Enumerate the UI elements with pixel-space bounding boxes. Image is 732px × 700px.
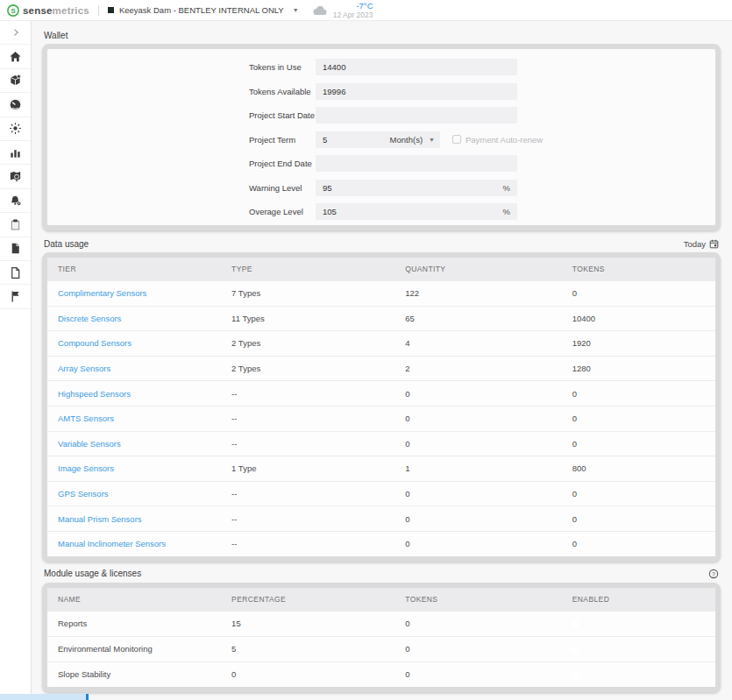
type-cell: --	[221, 389, 394, 399]
column-header-tier: TIER	[47, 265, 221, 273]
tier-link[interactable]: Discrete Sensors	[47, 314, 221, 323]
table-row: Variable Sensors -- 0 0	[47, 431, 715, 456]
payment-auto-renew-checkbox[interactable]	[452, 135, 461, 144]
tokens-cell: 0	[562, 439, 715, 449]
sidebar-item-charts[interactable]	[0, 141, 31, 165]
tokens-cell: 0	[562, 414, 715, 423]
type-cell: 2 Types	[221, 338, 394, 348]
sidebar-item-alerts[interactable]	[0, 189, 31, 213]
column-header-name: NAME	[47, 595, 221, 604]
project-end-date-label: Project End Date	[249, 159, 316, 168]
project-end-date-input[interactable]	[316, 155, 517, 172]
tokens-cell: 800	[562, 463, 715, 473]
main-content: Wallet Tokens in Use Tokens Available Pr…	[32, 21, 732, 700]
flag-icon	[9, 290, 22, 303]
overage-level-input[interactable]	[316, 203, 517, 220]
tier-link[interactable]: GPS Sensors	[47, 489, 221, 498]
warning-level-input[interactable]	[316, 180, 517, 196]
module-table-header: NAME PERCENTAGE TOKENS ENABLED	[47, 588, 715, 611]
sidebar-item-flags[interactable]	[0, 285, 31, 308]
wallet-panel: Tokens in Use Tokens Available Project S…	[42, 44, 721, 230]
column-header-quantity: QUANTITY	[394, 265, 562, 273]
brand-sense: sense	[23, 5, 53, 16]
payment-auto-renew-checkbox-group[interactable]: Payment Auto-renew	[452, 135, 543, 145]
table-row: Discrete Sensors 11 Types 65 10400	[47, 306, 715, 331]
wallet-section-title: Wallet	[44, 31, 68, 40]
table-row: Highspeed Sensors -- 0 0	[47, 380, 715, 406]
tokens-available-input[interactable]	[316, 83, 517, 100]
quantity-cell: 0	[394, 514, 562, 524]
info-icon[interactable]: ?	[708, 569, 719, 579]
quantity-cell: 0	[394, 489, 562, 498]
file-solid-icon	[9, 242, 22, 255]
column-header-type: TYPE	[221, 265, 394, 273]
tier-link[interactable]: Image Sensors	[47, 463, 221, 473]
app-header: S sensemetrics Keeyask Dam - BENTLEY INT…	[0, 0, 732, 21]
module-name: Reports	[47, 619, 221, 628]
gauge-icon	[9, 98, 22, 111]
date-value: 12 Apr 2023	[333, 11, 373, 19]
type-cell: --	[221, 489, 394, 498]
tier-link[interactable]: Variable Sensors	[47, 439, 221, 449]
chevron-down-icon: ▼	[429, 137, 435, 143]
sidebar-item-map[interactable]	[0, 165, 31, 188]
module-row-reports: Reports 15 0	[47, 611, 715, 636]
weather-widget: -7°C 12 Apr 2023	[313, 2, 373, 19]
type-cell: --	[221, 539, 394, 548]
sidebar-item-conditions[interactable]	[0, 117, 31, 141]
tier-link[interactable]: Compound Sensors	[47, 338, 221, 348]
clipboard-icon	[9, 218, 22, 231]
project-start-date-label: Project Start Date	[249, 110, 316, 120]
brand-logo[interactable]: S sensemetrics	[7, 4, 89, 17]
module-panel: NAME PERCENTAGE TOKENS ENABLED Reports 1…	[42, 583, 721, 692]
table-row: GPS Sensors -- 0 0	[47, 481, 715, 506]
overage-level-percent-suffix: %	[503, 207, 510, 216]
sidebar-item-files[interactable]	[0, 261, 31, 285]
chevron-down-icon: ▼	[293, 7, 299, 13]
tier-link[interactable]: Array Sensors	[47, 364, 221, 373]
project-start-date-input[interactable]	[316, 107, 517, 124]
map-pin-icon	[9, 170, 22, 183]
project-term-label: Project Term	[249, 135, 316, 145]
tier-link[interactable]: Complimentary Sensors	[47, 288, 221, 298]
type-cell: 11 Types	[221, 314, 394, 323]
quantity-cell: 0	[394, 539, 562, 548]
bell-gear-icon	[9, 194, 22, 207]
overage-level-row: Overage Level %	[249, 200, 517, 224]
sidebar-item-home[interactable]	[0, 45, 31, 68]
tier-link[interactable]: Manual Prism Sensors	[47, 514, 221, 524]
tokens-in-use-input[interactable]	[316, 59, 517, 75]
warning-level-percent-suffix: %	[503, 183, 510, 193]
overage-level-label: Overage Level	[249, 207, 316, 216]
tier-link[interactable]: Highspeed Sensors	[47, 389, 221, 399]
project-start-date-row: Project Start Date	[249, 103, 517, 128]
tier-link[interactable]: AMTS Sensors	[47, 414, 221, 423]
quantity-cell: 2	[394, 364, 562, 373]
table-row: Image Sensors 1 Type 1 800	[47, 456, 715, 481]
sidebar-item-gauges[interactable]	[0, 93, 31, 117]
wallet-form: Tokens in Use Tokens Available Project S…	[249, 49, 517, 224]
sidebar-item-reports[interactable]	[0, 213, 31, 237]
module-row-slope-stability: Slope Stability 0 0	[47, 661, 715, 687]
column-header-tokens: TOKENS	[562, 265, 715, 273]
tokens-in-use-label: Tokens in Use	[249, 62, 316, 72]
tokens-cell: 0	[562, 539, 715, 548]
horizontal-scrollbar[interactable]	[0, 694, 89, 700]
temperature-value: -7°C	[356, 2, 373, 11]
quantity-cell: 0	[394, 439, 562, 449]
module-tokens: 0	[394, 619, 562, 628]
warning-level-label: Warning Level	[249, 183, 316, 193]
sidebar-item-documents[interactable]	[0, 237, 31, 261]
project-term-unit-select[interactable]: Month(s) ▼	[390, 135, 435, 145]
sidebar-item-devices[interactable]	[0, 69, 31, 93]
date-filter-button[interactable]: Today	[684, 239, 719, 249]
module-percentage: 15	[221, 619, 394, 628]
tokens-cell: 0	[562, 489, 715, 498]
project-term-input[interactable]	[316, 131, 365, 148]
tokens-cell: 10400	[562, 314, 715, 323]
tier-link[interactable]: Manual Inclinometer Sensors	[47, 539, 221, 548]
project-selector[interactable]: Keeyask Dam - BENTLEY INTERNAL ONLY ▼	[108, 5, 299, 15]
sidebar-expand-button[interactable]	[0, 21, 31, 45]
quantity-cell: 65	[394, 314, 562, 323]
table-row: Array Sensors 2 Types 2 1280	[47, 356, 715, 381]
